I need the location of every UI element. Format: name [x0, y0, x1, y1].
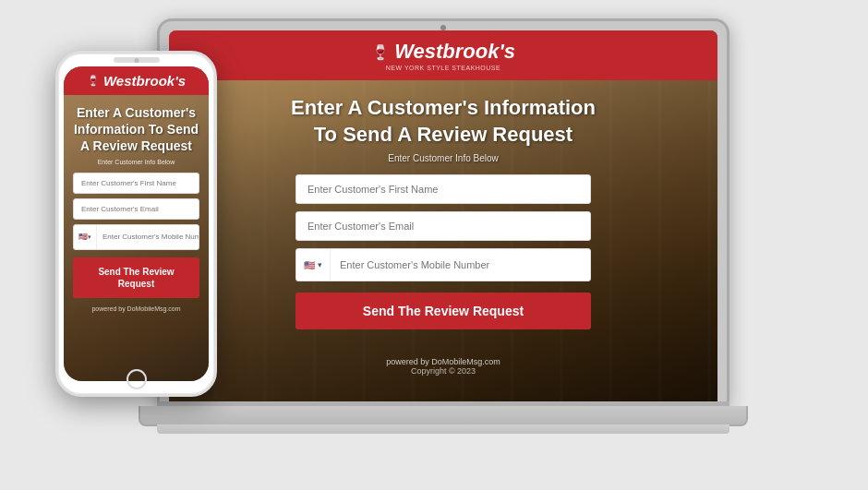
- phone-flag-area: 🇺🇸 ▾: [74, 225, 97, 249]
- laptop-form-area: 🍷 Westbrook's NEW YORK STYLE STEAKHOUSE …: [169, 30, 717, 376]
- phone-power-button: [214, 127, 217, 155]
- laptop-form-content: Enter A Customer's Information To Send A…: [169, 80, 717, 344]
- phone-home-button[interactable]: [127, 369, 147, 389]
- phone-flag-emoji: 🇺🇸: [78, 233, 88, 241]
- laptop-device: 🍷 Westbrook's NEW YORK STYLE STEAKHOUSE …: [157, 18, 729, 471]
- laptop-phone-input[interactable]: [331, 251, 590, 279]
- phone-brand-icon: 🍷: [87, 75, 100, 87]
- laptop-brand-name: Westbrook's: [394, 40, 515, 64]
- laptop-flag-text: ▾: [318, 260, 322, 269]
- laptop-brand-header: 🍷 Westbrook's NEW YORK STYLE STEAKHOUSE: [169, 30, 717, 80]
- laptop-screen-frame: 🍷 Westbrook's NEW YORK STYLE STEAKHOUSE …: [157, 18, 729, 406]
- laptop-keyboard-base: [139, 406, 748, 426]
- phone-vol-up-button: [55, 118, 58, 138]
- laptop-page-title: Enter A Customer's Information To Send A…: [291, 95, 596, 148]
- laptop-screen: 🍷 Westbrook's NEW YORK STYLE STEAKHOUSE …: [169, 30, 717, 403]
- phone-camera: [134, 58, 139, 63]
- laptop-brand-icon: 🍷: [371, 43, 390, 61]
- laptop-phone-flag: 🇺🇸 ▾: [296, 249, 331, 281]
- phone-vol-down-button: [55, 146, 58, 166]
- phone-first-name-input[interactable]: [73, 173, 199, 194]
- laptop-footer: powered by DoMobileMsg.com Copyright © 2…: [386, 357, 500, 376]
- phone-phone-input[interactable]: [97, 227, 199, 246]
- phone-device: 🍷 Westbrook's Enter A Customer's Informa…: [55, 51, 217, 397]
- laptop-brand-subtitle: NEW YORK STYLE STEAKHOUSE: [386, 65, 500, 71]
- phone-shell: 🍷 Westbrook's Enter A Customer's Informa…: [55, 51, 217, 397]
- laptop-phone-row: 🇺🇸 ▾: [295, 248, 591, 281]
- laptop-bottom-base: [157, 424, 729, 434]
- phone-submit-button[interactable]: Send The Review Request: [73, 257, 199, 298]
- phone-brand-name: Westbrook's: [103, 73, 186, 89]
- laptop-camera: [440, 25, 446, 30]
- phone-page-subtitle: Enter Customer Info Below: [98, 159, 175, 165]
- phone-flag-arrow: ▾: [88, 233, 91, 241]
- phone-brand-header: 🍷 Westbrook's: [64, 66, 209, 95]
- phone-phone-row: 🇺🇸 ▾: [73, 224, 199, 250]
- phone-form-area: Enter A Customer's Information To Send A…: [64, 95, 209, 381]
- laptop-brand-logo: 🍷 Westbrook's NEW YORK STYLE STEAKHOUSE: [371, 40, 515, 71]
- laptop-submit-button[interactable]: Send The Review Request: [295, 293, 591, 329]
- phone-powered-by: powered by DoMobileMsg.com: [91, 305, 180, 312]
- phone-page-title: Enter A Customer's Information To Send A…: [74, 104, 199, 155]
- laptop-first-name-input[interactable]: [295, 174, 591, 204]
- laptop-copyright: Copyright © 2023: [386, 366, 500, 376]
- laptop-flag-emoji: 🇺🇸: [304, 260, 315, 270]
- phone-email-input[interactable]: [73, 198, 199, 220]
- scene: 🍷 Westbrook's NEW YORK STYLE STEAKHOUSE …: [0, 0, 868, 490]
- laptop-powered-by: powered by DoMobileMsg.com: [386, 357, 500, 366]
- laptop-page-subtitle: Enter Customer Info Below: [388, 153, 499, 163]
- phone-screen: 🍷 Westbrook's Enter A Customer's Informa…: [64, 66, 209, 381]
- laptop-email-input[interactable]: [295, 211, 591, 241]
